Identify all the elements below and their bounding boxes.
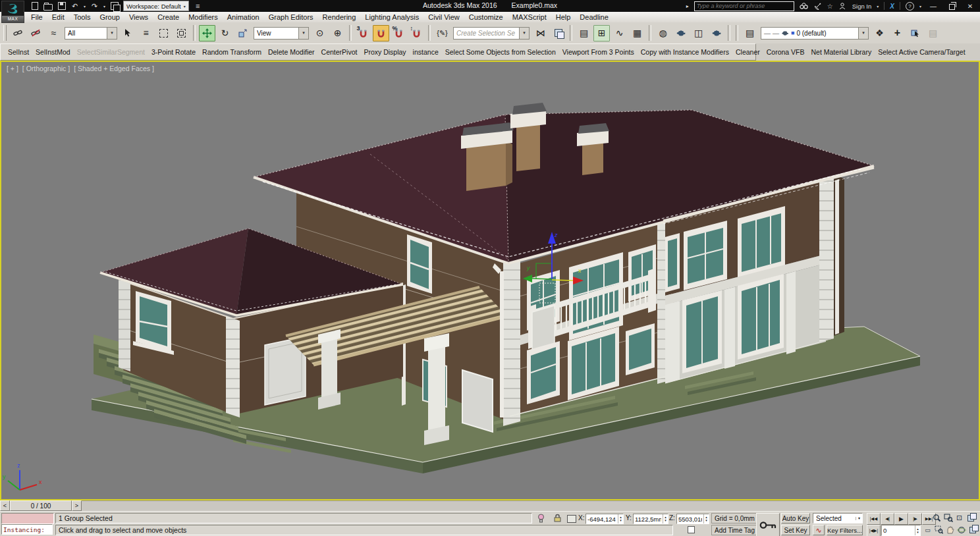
sign-in-button[interactable]: Sign In (852, 3, 872, 10)
button-copy-with-instance-modifiers[interactable]: Copy with Instance Modifiers (638, 47, 732, 57)
track-bar[interactable] (82, 500, 980, 511)
previous-frame-button[interactable]: < (0, 500, 10, 511)
menu-modifiers[interactable]: Modifiers (184, 12, 223, 22)
use-pivot-center-icon[interactable]: ⊙ (312, 25, 328, 41)
close-button[interactable]: ✕ (964, 3, 977, 10)
menu-create[interactable]: Create (153, 12, 184, 22)
undo-icon[interactable]: ↶ (70, 1, 79, 11)
user-icon[interactable] (838, 1, 847, 11)
key-mode-toggle[interactable]: |◀▶| (867, 525, 881, 536)
menu-deadline[interactable]: Deadline (575, 12, 612, 22)
button-viewport-from-3-points[interactable]: Viewport From 3 Points (559, 47, 638, 57)
help-search-box[interactable] (694, 1, 794, 11)
y-coord-input[interactable] (634, 514, 663, 523)
layer-dropdown[interactable]: — — ■ 0 (default) ▾ (761, 27, 869, 40)
curve-editor-icon[interactable]: ∿ (611, 25, 628, 41)
current-frame-input[interactable] (882, 525, 915, 535)
favorites-star-icon[interactable]: ☆ (827, 3, 833, 10)
set-keys-button[interactable] (756, 513, 780, 536)
isolate-selection-icon[interactable] (537, 514, 545, 524)
selection-lock-icon[interactable] (554, 514, 561, 523)
save-file-icon[interactable] (57, 1, 66, 11)
pan-zoom-mode-icon[interactable]: ▭ (922, 524, 933, 535)
rectangular-selection-region-icon[interactable] (155, 25, 172, 41)
zoom-all-icon[interactable] (942, 512, 954, 523)
y-spinner[interactable]: ▴▾ (663, 514, 668, 523)
key-filters-button[interactable]: Key Filters... (827, 525, 863, 535)
menu-graph-editors[interactable]: Graph Editors (264, 12, 318, 22)
select-and-move-icon[interactable] (199, 25, 215, 41)
menu-group[interactable]: Group (95, 12, 124, 22)
zoom-icon[interactable] (931, 512, 942, 523)
menu-animation[interactable]: Animation (223, 12, 264, 22)
select-and-manipulate-icon[interactable]: ⊕ (329, 25, 346, 41)
named-selection-sets-icon[interactable]: {✎} (434, 25, 450, 41)
select-objects-in-layer-icon[interactable] (907, 25, 923, 41)
button-selectsimilarsegment[interactable]: SelectSimilarSegment (74, 47, 148, 57)
x-coord-input[interactable] (586, 514, 618, 523)
macro-recorder-pane[interactable] (1, 513, 54, 524)
search-input[interactable] (695, 3, 794, 9)
set-key-button[interactable]: Set Key (781, 525, 810, 535)
next-frame-button[interactable]: |▶ (908, 513, 922, 525)
button-proxy-display[interactable]: Proxy Display (360, 47, 409, 57)
previous-frame-button[interactable]: ◀| (881, 513, 894, 525)
button-delete-modifier[interactable]: Delete Modifier (265, 47, 318, 57)
time-slider-thumb[interactable]: 0 / 100 (10, 500, 72, 511)
z-coord-field[interactable]: ▴▾ (676, 514, 709, 524)
select-and-scale-icon[interactable] (234, 25, 251, 41)
maxscript-listener[interactable]: Instancing: (1, 524, 53, 535)
current-frame-field[interactable]: ▴▾ (881, 525, 921, 536)
communication-center-icon[interactable] (813, 1, 822, 11)
open-file-icon[interactable] (43, 1, 53, 11)
layer-explorer-icon[interactable]: ▤ (576, 25, 592, 41)
select-and-link-icon[interactable] (10, 25, 26, 41)
zoom-region-icon[interactable] (933, 524, 944, 535)
set-current-layer-icon[interactable]: ▤ (925, 25, 941, 41)
menu-views[interactable]: Views (124, 12, 153, 22)
select-and-rotate-icon[interactable]: ↻ (217, 25, 233, 41)
snaps-toggle-icon[interactable]: 3 (355, 25, 371, 41)
button-instance[interactable]: instance (410, 47, 442, 57)
button-centerpivot[interactable]: CenterPivot (318, 47, 361, 57)
z-coord-input[interactable] (677, 514, 703, 523)
y-coord-field[interactable]: ▴▾ (633, 514, 668, 524)
menu-civil-view[interactable]: Civil View (423, 12, 464, 22)
button-random-transform[interactable]: Random Transform (199, 47, 265, 57)
button-select-active-camera[interactable]: Select Active Camera/Target (875, 47, 968, 57)
rendered-frame-window-icon[interactable]: ◫ (690, 25, 707, 41)
unlink-selection-icon[interactable] (28, 25, 44, 41)
add-selection-to-layer-icon[interactable]: + (889, 25, 906, 41)
toolbar-overflow-icon[interactable]: ≡ (194, 1, 202, 11)
play-button[interactable]: ▶ (894, 513, 908, 525)
search-binoculars-icon[interactable] (800, 1, 808, 11)
menu-file[interactable]: File (26, 12, 47, 22)
menu-customize[interactable]: Customize (464, 12, 508, 22)
z-spinner[interactable]: ▴▾ (703, 514, 709, 523)
pan-view-icon[interactable] (944, 524, 956, 535)
button-select-some-objects[interactable]: Select Some Objects from Selection (442, 47, 559, 57)
viewport-maximize-label[interactable]: [ + ] (7, 65, 18, 72)
new-scene-icon[interactable] (30, 1, 39, 11)
viewport-canvas[interactable]: x y z z x y (1, 62, 979, 499)
redo-dropdown-icon[interactable]: ▾ (103, 4, 105, 9)
absolute-offset-mode-icon[interactable] (567, 515, 576, 523)
button-3-point-rotate[interactable]: 3-Point Rotate (148, 47, 199, 57)
viewport-shading-label[interactable]: [ Shaded + Edged Faces ] (74, 65, 154, 72)
viewport-pov-label[interactable]: [ Orthographic ] (22, 65, 70, 72)
help-caret-icon[interactable]: ▾ (919, 4, 921, 9)
window-crossing-icon[interactable] (173, 25, 190, 41)
zoom-extents-all-icon[interactable] (965, 512, 976, 523)
menu-tools[interactable]: Tools (69, 12, 95, 22)
mirror-icon[interactable]: ⋈ (532, 25, 549, 41)
bind-to-space-warp-icon[interactable]: ≈ (45, 25, 62, 41)
restore-button[interactable] (945, 1, 958, 11)
search-go-icon[interactable]: ▸ (686, 3, 689, 9)
3dsmax-logo[interactable]: MAX (1, 1, 24, 23)
default-tangent-icon[interactable]: ∿ (813, 525, 825, 535)
orbit-icon[interactable] (956, 524, 967, 535)
redo-icon[interactable]: ↷ (90, 1, 99, 11)
sign-in-caret-icon[interactable]: ▾ (877, 4, 879, 9)
named-selection-dropdown[interactable]: Create Selection Se ▾ (453, 27, 530, 40)
menu-maxscript[interactable]: MAXScript (508, 12, 551, 22)
